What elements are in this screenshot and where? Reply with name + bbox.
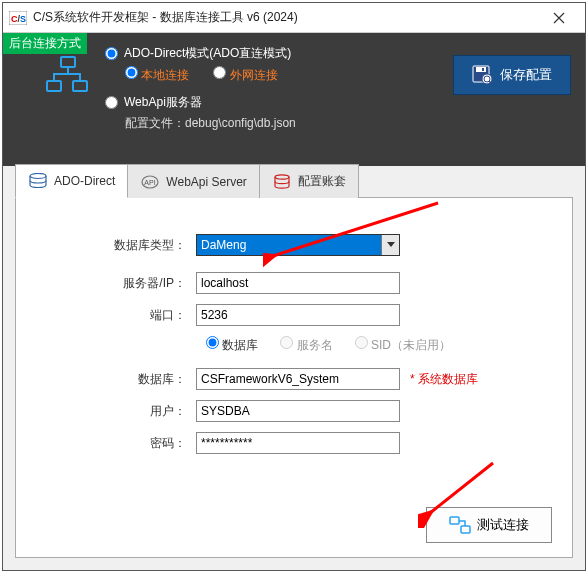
db-type-select[interactable]: DaMeng <box>196 234 400 256</box>
radio-ado-input[interactable] <box>105 47 118 60</box>
port-input[interactable] <box>196 304 400 326</box>
titlebar: C/S C/S系统软件开发框架 - 数据库连接工具 v6 (2024) <box>3 3 585 33</box>
svg-rect-6 <box>476 67 486 72</box>
window-title: C/S系统软件开发框架 - 数据库连接工具 v6 (2024) <box>33 9 539 26</box>
svg-text:C/S: C/S <box>11 14 26 24</box>
svg-rect-2 <box>61 57 75 67</box>
config-path-row: 配置文件：debug\config\db.json <box>125 115 296 132</box>
connect-icon <box>449 516 471 534</box>
database-hint: * 系统数据库 <box>410 371 478 388</box>
test-connection-button[interactable]: 测试连接 <box>426 507 552 543</box>
content-area: ADO-Direct API WebApi Server 配置账套 <box>3 166 585 570</box>
app-icon: C/S <box>9 10 27 26</box>
radio-remote[interactable]: 外网连接 <box>213 66 277 84</box>
svg-point-13 <box>275 174 289 178</box>
svg-rect-7 <box>482 68 484 71</box>
tabs: ADO-Direct API WebApi Server 配置账套 <box>15 164 358 198</box>
radio-local[interactable]: 本地连接 <box>125 66 189 84</box>
opt-database[interactable]: 数据库 <box>206 336 258 354</box>
close-button[interactable] <box>539 4 579 32</box>
save-icon <box>472 65 494 85</box>
user-label: 用户： <box>16 403 196 420</box>
password-label: 密码： <box>16 435 196 452</box>
api-icon: API <box>140 174 160 190</box>
app-window: C/S C/S系统软件开发框架 - 数据库连接工具 v6 (2024) 后台连接… <box>2 2 586 571</box>
database-icon <box>28 173 48 189</box>
radio-ado-direct[interactable]: ADO-Direct模式(ADO直连模式) <box>105 45 296 62</box>
database-input[interactable] <box>196 368 400 390</box>
network-icon <box>43 55 91 95</box>
ado-panel: 数据库类型： DaMeng 服务器/IP： 端口： 数据库 服务 <box>15 197 573 558</box>
mode-radio-group: ADO-Direct模式(ADO直连模式) 本地连接 外网连接 WebApi服务… <box>105 45 296 132</box>
accounts-icon <box>272 174 292 190</box>
save-config-button[interactable]: 保存配置 <box>453 55 571 95</box>
svg-rect-3 <box>47 81 61 91</box>
database-label: 数据库： <box>16 371 196 388</box>
user-input[interactable] <box>196 400 400 422</box>
chevron-down-icon[interactable] <box>381 235 399 255</box>
server-label: 服务器/IP： <box>16 275 196 292</box>
server-input[interactable] <box>196 272 400 294</box>
port-label: 端口： <box>16 307 196 324</box>
password-input[interactable] <box>196 432 400 454</box>
db-type-label: 数据库类型： <box>16 237 196 254</box>
panel-tag: 后台连接方式 <box>3 33 87 54</box>
svg-rect-4 <box>73 81 87 91</box>
svg-point-10 <box>30 174 46 179</box>
close-icon <box>553 12 565 24</box>
svg-rect-14 <box>450 517 459 524</box>
svg-rect-15 <box>461 526 470 533</box>
radio-ado-label: ADO-Direct模式(ADO直连模式) <box>124 45 291 62</box>
radio-webapi[interactable]: WebApi服务器 <box>105 94 296 111</box>
tab-webapi[interactable]: API WebApi Server <box>127 164 259 198</box>
connection-mode-panel: 后台连接方式 ADO-Direct模式(ADO直连模式) 本地连接 <box>3 33 585 166</box>
radio-webapi-label: WebApi服务器 <box>124 94 202 111</box>
tab-accounts[interactable]: 配置账套 <box>259 164 359 198</box>
tab-ado-direct[interactable]: ADO-Direct <box>15 164 128 198</box>
opt-sid[interactable]: SID（未启用） <box>355 336 451 354</box>
opt-servicename[interactable]: 服务名 <box>280 336 332 354</box>
svg-text:API: API <box>145 179 156 186</box>
